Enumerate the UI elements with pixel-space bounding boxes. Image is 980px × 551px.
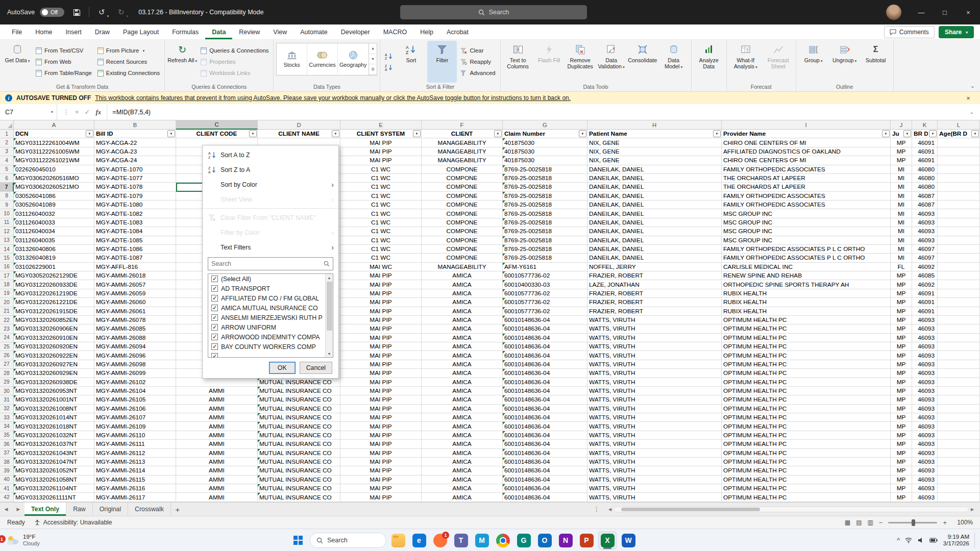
cell-I34[interactable]: OPTIMUM HEALTH PC bbox=[722, 422, 891, 431]
cell-A6[interactable]: MGY030620260516MO bbox=[14, 174, 94, 183]
formula-input[interactable]: =MID(B7,5,4) bbox=[107, 104, 151, 120]
cell-B35[interactable]: MGY-AMMI-26110 bbox=[94, 431, 176, 440]
cell-J39[interactable]: MP bbox=[891, 466, 912, 475]
cell-G40[interactable]: 60010148636-04 bbox=[503, 475, 587, 484]
from-picture-button[interactable]: From Picture▾ bbox=[95, 45, 162, 56]
cell-K14[interactable]: 46097 bbox=[912, 245, 938, 254]
cell-L10[interactable] bbox=[938, 209, 980, 218]
filter-button-client-code[interactable]: ▾ bbox=[249, 130, 257, 137]
queries-connections-button[interactable]: Queries & Connections bbox=[199, 45, 271, 56]
cell-F8[interactable]: COMPONE bbox=[422, 192, 503, 201]
cell-F7[interactable]: COMPONE bbox=[422, 183, 503, 191]
column-header-D[interactable]: D bbox=[258, 120, 340, 130]
row-header-29[interactable]: 29 bbox=[0, 378, 14, 387]
zoom-out-icon[interactable]: − bbox=[879, 519, 883, 527]
ribbon-tab-file[interactable]: File bbox=[5, 24, 29, 39]
cell-F40[interactable]: AMICA bbox=[422, 475, 503, 484]
cell-K18[interactable]: 46092 bbox=[912, 280, 938, 289]
geography-button[interactable]: Geography bbox=[338, 43, 369, 75]
cell-J2[interactable]: MP bbox=[891, 138, 912, 147]
cell-J36[interactable]: MP bbox=[891, 440, 912, 448]
cell-H3[interactable]: NIX, GENE bbox=[587, 147, 722, 156]
cell-B15[interactable]: MGY-ADTE-1087 bbox=[94, 254, 176, 262]
cell-B41[interactable]: MGY-AMMI-26116 bbox=[94, 484, 176, 493]
cell-H25[interactable]: WATTS, VIRUTH bbox=[587, 342, 722, 351]
cell-E32[interactable]: MAI PIP bbox=[340, 405, 422, 413]
cell-K29[interactable]: 46093 bbox=[912, 378, 938, 387]
row-header-12[interactable]: 12 bbox=[0, 227, 14, 236]
cell-B30[interactable]: MGY-AMMI-26104 bbox=[94, 387, 176, 395]
cell-I32[interactable]: OPTIMUM HEALTH PC bbox=[722, 405, 891, 413]
column-header-J[interactable]: J bbox=[891, 120, 912, 130]
cell-C42[interactable]: AMMI bbox=[176, 493, 258, 502]
cell-G39[interactable]: 60010148636-04 bbox=[503, 466, 587, 475]
ribbon-tab-draw[interactable]: Draw bbox=[88, 24, 116, 39]
cell-J4[interactable]: MP bbox=[891, 156, 912, 165]
cell-H39[interactable]: WATTS, VIRUTH bbox=[587, 466, 722, 475]
cell-E21[interactable]: MAI PIP bbox=[340, 307, 422, 316]
cell-J27[interactable]: MP bbox=[891, 360, 912, 369]
row-header-17[interactable]: 17 bbox=[0, 271, 14, 280]
cell-I3[interactable]: AFFILIATED DIAGNOSTICS OF OAKLAND bbox=[722, 147, 891, 156]
filter-search-input[interactable] bbox=[211, 260, 321, 267]
cell-A13[interactable]: 031126040035 bbox=[14, 236, 94, 245]
cell-B14[interactable]: MGY-ADTE-1086 bbox=[94, 245, 176, 254]
row-header-34[interactable]: 34 bbox=[0, 422, 14, 431]
cell-F32[interactable]: AMICA bbox=[422, 405, 503, 413]
row-header-38[interactable]: 38 bbox=[0, 458, 14, 466]
cell-F28[interactable]: AMICA bbox=[422, 369, 503, 378]
cell-G30[interactable]: 60010148636-04 bbox=[503, 387, 587, 395]
from-web-button[interactable]: From Web bbox=[34, 57, 94, 67]
cell-H9[interactable]: DANEILAK, DANIEL bbox=[587, 201, 722, 209]
cell-B21[interactable]: MGY-AMMI-26061 bbox=[94, 307, 176, 316]
cell-H16[interactable]: NOFFEL, JERRY bbox=[587, 263, 722, 271]
cell-G28[interactable]: 60010148636-04 bbox=[503, 369, 587, 378]
ribbon-tab-review[interactable]: Review bbox=[232, 24, 266, 39]
cell-D42[interactable]: MUTUAL INSURANCE CO bbox=[258, 493, 340, 502]
cell-E4[interactable]: MAI PIP bbox=[340, 156, 422, 165]
cell-K42[interactable]: 46093 bbox=[912, 493, 938, 502]
row-header-25[interactable]: 25 bbox=[0, 342, 14, 351]
cell-J34[interactable]: MP bbox=[891, 422, 912, 431]
filter-list-item-arrow-uniform[interactable]: ARROW UNIFORM bbox=[208, 322, 333, 332]
cell-E40[interactable]: MAI PIP bbox=[340, 475, 422, 484]
cell-A30[interactable]: MGY031320260953NT bbox=[14, 387, 94, 395]
filter-list-item-item[interactable] bbox=[208, 352, 333, 358]
cell-G4[interactable]: 401875030 bbox=[503, 156, 587, 165]
cell-F30[interactable]: AMICA bbox=[422, 387, 503, 395]
cell-E42[interactable]: MAI PIP bbox=[340, 493, 422, 502]
menu-item-clear-filter-from-client-name[interactable]: Clear Filter From "CLIENT NAME" bbox=[203, 210, 338, 225]
row-header-7[interactable]: 7 bbox=[0, 183, 14, 191]
row-header-16[interactable]: 16 bbox=[0, 263, 14, 271]
cell-H10[interactable]: DANEILAK, DANIEL bbox=[587, 209, 722, 218]
cell-A23[interactable]: MGY031320260906EN bbox=[14, 324, 94, 333]
cell-L25[interactable] bbox=[938, 342, 980, 351]
cell-I36[interactable]: OPTIMUM HEALTH PC bbox=[722, 440, 891, 448]
from-text-csv-button[interactable]: From Text/CSV bbox=[34, 45, 94, 56]
cell-L7[interactable] bbox=[938, 183, 980, 191]
cell-F38[interactable]: AMICA bbox=[422, 458, 503, 466]
cell-G21[interactable]: 60010577736-02 bbox=[503, 307, 587, 316]
tray-expand-icon[interactable]: ^ bbox=[897, 537, 900, 544]
cell-J5[interactable]: MI bbox=[891, 165, 912, 174]
cell-D36[interactable]: MUTUAL INSURANCE CO bbox=[258, 440, 340, 448]
cell-K23[interactable]: 46093 bbox=[912, 324, 938, 333]
row-header-10[interactable]: 10 bbox=[0, 209, 14, 218]
cell-H36[interactable]: WATTS, VIRUTH bbox=[587, 440, 722, 448]
what-if-analysis-button[interactable]: ? What-If Analysis▾ bbox=[729, 41, 762, 83]
cell-B8[interactable]: MGY-ADTE-1079 bbox=[94, 192, 176, 201]
cell-A31[interactable]: MGY031320261001NT bbox=[14, 395, 94, 404]
ribbon-tab-automate[interactable]: Automate bbox=[293, 24, 334, 39]
cell-L22[interactable] bbox=[938, 316, 980, 324]
cell-I10[interactable]: MSC GROUP INC bbox=[722, 209, 891, 218]
cell-H34[interactable]: WATTS, VIRUTH bbox=[587, 422, 722, 431]
cell-E41[interactable]: MAI PIP bbox=[340, 484, 422, 493]
column-header-A[interactable]: A bbox=[14, 120, 94, 130]
cell-E3[interactable]: MAI PIP bbox=[340, 147, 422, 156]
cell-F29[interactable]: AMICA bbox=[422, 378, 503, 387]
cell-B6[interactable]: MGY-ADTE-1077 bbox=[94, 174, 176, 183]
cell-H37[interactable]: WATTS, VIRUTH bbox=[587, 449, 722, 458]
cell-I19[interactable]: RUBIX HEALTH bbox=[722, 289, 891, 298]
forecast-sheet-button[interactable]: Forecast Sheet bbox=[764, 41, 793, 83]
accessibility-status[interactable]: Accessibility: Unavailable bbox=[34, 519, 112, 526]
